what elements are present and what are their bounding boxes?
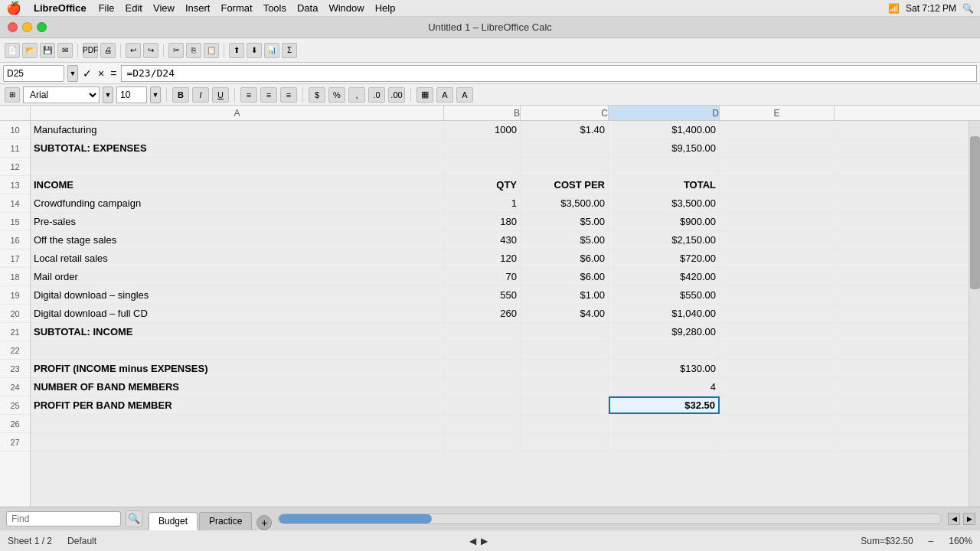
cell[interactable] bbox=[521, 433, 609, 451]
sort-asc-button[interactable]: ⬆ bbox=[229, 43, 244, 58]
cell[interactable] bbox=[609, 158, 720, 175]
cell[interactable]: 430 bbox=[444, 231, 521, 249]
cell[interactable] bbox=[521, 378, 609, 396]
cell[interactable]: $4.00 bbox=[521, 305, 609, 322]
cell[interactable] bbox=[444, 341, 521, 359]
cell[interactable]: Digital download – full CD bbox=[31, 305, 444, 322]
cell[interactable] bbox=[720, 158, 835, 175]
col-header-b[interactable]: B bbox=[444, 106, 521, 120]
cell[interactable]: 1000 bbox=[444, 121, 521, 139]
row-num-26[interactable]: 26 bbox=[0, 415, 30, 433]
align-right-button[interactable]: ≡ bbox=[280, 87, 297, 103]
cell[interactable]: $3,500.00 bbox=[609, 194, 720, 212]
cell[interactable] bbox=[609, 415, 720, 432]
cell[interactable]: 120 bbox=[444, 249, 521, 267]
font-color-button[interactable]: A bbox=[456, 87, 473, 103]
cell[interactable] bbox=[31, 158, 444, 175]
cell[interactable] bbox=[720, 249, 835, 267]
cell[interactable]: Pre-sales bbox=[31, 213, 444, 230]
cell[interactable] bbox=[720, 378, 835, 396]
sum-button[interactable]: Σ bbox=[282, 43, 297, 58]
cell[interactable]: $420.00 bbox=[609, 268, 720, 285]
underline-button[interactable]: U bbox=[212, 87, 229, 103]
cell[interactable]: TOTAL bbox=[609, 176, 720, 194]
font-name-arrow[interactable]: ▼ bbox=[103, 86, 113, 103]
email-button[interactable]: ✉ bbox=[57, 43, 73, 58]
cell[interactable]: COST PER bbox=[521, 176, 609, 194]
name-box-arrow[interactable]: ▼ bbox=[67, 65, 78, 82]
percent-button[interactable]: % bbox=[328, 87, 345, 103]
cell[interactable]: 4 bbox=[609, 378, 720, 396]
menu-file[interactable]: File bbox=[99, 2, 115, 14]
cell[interactable]: $32.50 bbox=[609, 396, 720, 414]
menu-view[interactable]: View bbox=[153, 2, 175, 14]
nav-right-icon[interactable]: ▶ bbox=[481, 536, 488, 546]
row-num-14[interactable]: 14 bbox=[0, 194, 30, 213]
align-left-button[interactable]: ≡ bbox=[240, 87, 257, 103]
cell[interactable] bbox=[720, 323, 835, 341]
border-button[interactable]: ▦ bbox=[416, 87, 433, 103]
row-num-27[interactable]: 27 bbox=[0, 433, 30, 452]
row-num-13[interactable]: 13 bbox=[0, 176, 30, 194]
cell[interactable] bbox=[31, 341, 444, 359]
find-search-button[interactable]: 🔍 bbox=[126, 510, 142, 527]
cell[interactable]: $6.00 bbox=[521, 268, 609, 285]
cell[interactable]: NUMBER OF BAND MEMBERS bbox=[31, 378, 444, 396]
cell[interactable] bbox=[31, 433, 444, 451]
scroll-left-button[interactable]: ◀ bbox=[948, 513, 960, 525]
cell[interactable] bbox=[521, 158, 609, 175]
col-header-c[interactable]: C bbox=[521, 106, 609, 120]
pdf-button[interactable]: PDF bbox=[83, 43, 98, 58]
cell[interactable]: $5.00 bbox=[521, 231, 609, 249]
cell[interactable]: QTY bbox=[444, 176, 521, 194]
cell[interactable] bbox=[720, 231, 835, 249]
row-num-19[interactable]: 19 bbox=[0, 286, 30, 305]
sheet-tab-practice[interactable]: Practice bbox=[199, 512, 252, 530]
cell[interactable]: SUBTOTAL: INCOME bbox=[31, 323, 444, 341]
scrollbar-vertical[interactable] bbox=[969, 121, 980, 507]
cell[interactable] bbox=[521, 139, 609, 157]
cell[interactable]: $9,150.00 bbox=[609, 139, 720, 157]
cell[interactable]: $900.00 bbox=[609, 213, 720, 230]
menu-help[interactable]: Help bbox=[375, 2, 396, 14]
apple-menu[interactable]: 🍎 bbox=[6, 1, 21, 15]
cell[interactable]: SUBTOTAL: EXPENSES bbox=[31, 139, 444, 157]
cell[interactable] bbox=[444, 433, 521, 451]
font-size-arrow[interactable]: ▼ bbox=[150, 86, 161, 103]
add-sheet-button[interactable]: + bbox=[256, 515, 272, 530]
open-button[interactable]: 📂 bbox=[22, 43, 38, 58]
undo-button[interactable]: ↩ bbox=[126, 43, 141, 58]
menu-tools[interactable]: Tools bbox=[263, 2, 286, 14]
cell[interactable] bbox=[521, 396, 609, 414]
cell[interactable] bbox=[444, 323, 521, 341]
cell[interactable]: 70 bbox=[444, 268, 521, 285]
cell[interactable]: INCOME bbox=[31, 176, 444, 194]
increase-decimal-button[interactable]: .0 bbox=[368, 87, 385, 103]
cell[interactable] bbox=[444, 396, 521, 414]
row-num-25[interactable]: 25 bbox=[0, 396, 30, 415]
redo-button[interactable]: ↪ bbox=[143, 43, 158, 58]
cell[interactable] bbox=[720, 139, 835, 157]
cell[interactable] bbox=[521, 341, 609, 359]
formula-sum-icon[interactable]: = bbox=[109, 67, 118, 80]
cell[interactable] bbox=[720, 433, 835, 451]
cell[interactable]: 550 bbox=[444, 286, 521, 304]
cell[interactable]: Digital download – singles bbox=[31, 286, 444, 304]
font-name-select[interactable]: Arial bbox=[23, 86, 100, 103]
row-num-21[interactable]: 21 bbox=[0, 323, 30, 341]
cell[interactable]: $5.00 bbox=[521, 213, 609, 230]
cell[interactable]: $550.00 bbox=[609, 286, 720, 304]
menu-format[interactable]: Format bbox=[220, 2, 252, 14]
cell[interactable]: $1,400.00 bbox=[609, 121, 720, 139]
row-num-23[interactable]: 23 bbox=[0, 360, 30, 378]
style-button[interactable]: ⊞ bbox=[5, 87, 20, 103]
row-num-20[interactable]: 20 bbox=[0, 305, 30, 323]
cell[interactable]: 1 bbox=[444, 194, 521, 212]
formula-cancel-icon[interactable]: × bbox=[96, 67, 106, 80]
cell[interactable] bbox=[720, 194, 835, 212]
cell[interactable]: 260 bbox=[444, 305, 521, 322]
align-center-button[interactable]: ≡ bbox=[260, 87, 277, 103]
cell[interactable]: $1.00 bbox=[521, 286, 609, 304]
menu-insert[interactable]: Insert bbox=[185, 2, 211, 14]
cell[interactable] bbox=[720, 121, 835, 139]
